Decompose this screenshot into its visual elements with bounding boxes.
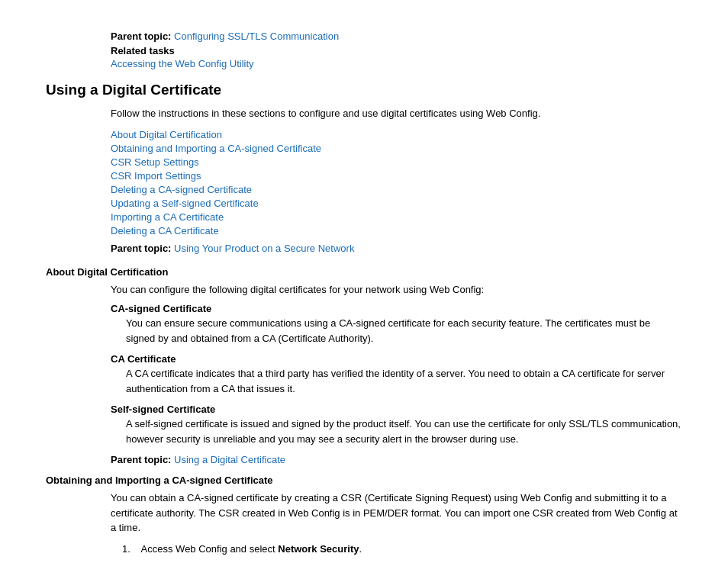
parent-topic-link[interactable]: Configuring SSL/TLS Communication: [174, 31, 339, 42]
toc-link-deleting-ca[interactable]: Deleting a CA Certificate: [111, 225, 682, 236]
cert-types-container: CA-signed Certificate You can ensure sec…: [111, 303, 682, 446]
ca-cert-heading: CA Certificate: [111, 353, 682, 365]
about-heading: About Digital Certification: [46, 266, 682, 278]
page-container: Parent topic: Configuring SSL/TLS Commun…: [46, 31, 682, 563]
step-1-text: Access Web Config and select: [141, 543, 275, 555]
parent-topic-label: Parent topic:: [111, 31, 171, 42]
toc-link-about[interactable]: About Digital Certification: [111, 129, 682, 140]
ca-signed-cert-heading: CA-signed Certificate: [111, 303, 682, 314]
accessing-webconfig-link[interactable]: Accessing the Web Config Utility: [111, 58, 254, 69]
step-1-num: 1.: [122, 543, 130, 555]
related-tasks-link-container: Accessing the Web Config Utility: [111, 58, 682, 69]
self-signed-cert-heading: Self-signed Certificate: [111, 404, 682, 415]
step-1: 1. Access Web Config and select Network …: [122, 542, 682, 557]
obtaining-heading: Obtaining and Importing a CA-signed Cert…: [46, 475, 682, 486]
toc-link-obtaining[interactable]: Obtaining and Importing a CA-signed Cert…: [111, 143, 682, 154]
toc-link-csr-setup[interactable]: CSR Setup Settings: [111, 156, 682, 168]
main-heading: Using a Digital Certificate: [46, 82, 682, 98]
parent-topic-about-label: Parent topic:: [111, 454, 171, 465]
related-tasks-heading: Related tasks: [111, 45, 682, 56]
parent-topic-about-link[interactable]: Using a Digital Certificate: [174, 454, 285, 465]
top-section: Parent topic: Configuring SSL/TLS Commun…: [111, 31, 682, 69]
parent-topic-about: Parent topic: Using a Digital Certificat…: [111, 454, 682, 465]
toc-link-updating-self-signed[interactable]: Updating a Self-signed Certificate: [111, 198, 682, 209]
about-intro: You can configure the following digital …: [111, 282, 682, 298]
toc-link-deleting-ca-signed[interactable]: Deleting a CA-signed Certificate: [111, 184, 682, 195]
parent-topic-main-link[interactable]: Using Your Product on a Secure Network: [174, 243, 354, 254]
parent-topic-main-label: Parent topic:: [111, 243, 171, 254]
step-1-end: .: [359, 543, 362, 555]
intro-text: Follow the instructions in these section…: [111, 106, 682, 121]
step-1-bold: Network Security: [278, 543, 359, 555]
self-signed-cert-description: A self-signed certificate is issued and …: [126, 417, 682, 446]
toc-link-csr-import[interactable]: CSR Import Settings: [111, 170, 682, 182]
ca-cert-block: CA Certificate A CA certificate indicate…: [111, 353, 682, 396]
ca-signed-cert-block: CA-signed Certificate You can ensure sec…: [111, 303, 682, 346]
parent-topic-main: Parent topic: Using Your Product on a Se…: [111, 243, 682, 254]
ca-signed-cert-description: You can ensure secure communications usi…: [126, 316, 682, 346]
self-signed-cert-block: Self-signed Certificate A self-signed ce…: [111, 404, 682, 446]
ca-cert-description: A CA certificate indicates that a third …: [126, 366, 682, 396]
parent-topic-line: Parent topic: Configuring SSL/TLS Commun…: [111, 31, 682, 42]
obtaining-intro: You can obtain a CA-signed certificate b…: [111, 491, 682, 536]
toc-link-importing-ca[interactable]: Importing a CA Certificate: [111, 211, 682, 223]
step-list: 1. Access Web Config and select Network …: [122, 542, 682, 557]
toc-links: About Digital Certification Obtaining an…: [111, 129, 682, 236]
